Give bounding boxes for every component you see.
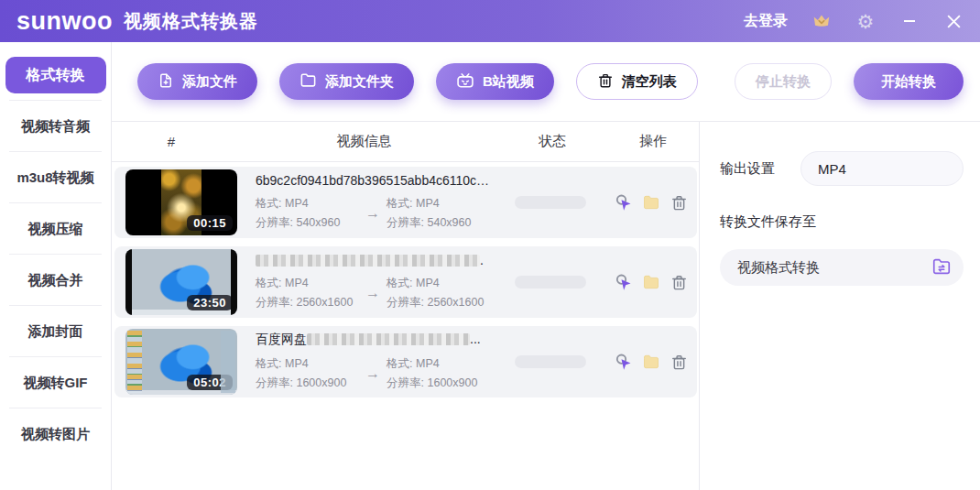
open-folder-icon[interactable] xyxy=(642,353,660,371)
video-filename-censored: 百度网盘... xyxy=(256,332,490,348)
file-plus-icon xyxy=(158,72,174,92)
app-title: 视频格式转换器 xyxy=(124,9,258,34)
video-thumbnail: 23:50 xyxy=(125,249,237,315)
titlebar-controls: 去登录 ⚙ xyxy=(744,11,964,31)
bilibili-video-button[interactable]: B站视频 xyxy=(436,63,554,100)
target-specs: 格式: MP4 分辨率: 1600x900 xyxy=(387,354,490,393)
vip-crown-icon[interactable] xyxy=(811,11,832,31)
save-path-value: 视频格式转换 xyxy=(737,259,931,277)
output-format-value: MP4 xyxy=(818,161,846,177)
add-folder-button[interactable]: 添加文件夹 xyxy=(279,63,414,100)
duration-badge: 00:15 xyxy=(187,215,233,231)
bilibili-tv-icon xyxy=(456,71,474,93)
video-info: . 格式: MP4 分辨率: 2560x1600 → 格式: MP4 xyxy=(256,253,495,312)
file-table: # 视频信息 状态 操作 00:15 6b9c2cf0941bd78b396 xyxy=(112,122,700,490)
add-file-button[interactable]: 添加文件 xyxy=(137,63,257,100)
save-path-field[interactable]: 视频格式转换 xyxy=(720,249,964,286)
source-specs: 格式: MP4 分辨率: 540x960 xyxy=(256,194,359,233)
delete-trash-icon[interactable] xyxy=(670,273,688,291)
table-row: 23:50 . 格式: MP4 分辨率: 2560x1600 → xyxy=(114,246,697,318)
header-index: # xyxy=(112,134,231,149)
toolbar: 添加文件 添加文件夹 xyxy=(112,42,980,121)
duration-badge: 05:02 xyxy=(187,375,233,390)
change-folder-icon[interactable] xyxy=(931,256,952,279)
video-filename: 6b9c2cf0941bd78b396515abb4c6110c.mp4 xyxy=(256,173,490,188)
clear-list-label: 清空列表 xyxy=(622,73,677,91)
stop-convert-label: 停止转换 xyxy=(756,73,811,91)
delete-trash-icon[interactable] xyxy=(670,193,688,212)
sidebar-item-video-compress[interactable]: 视频压缩 xyxy=(0,203,111,255)
row-actions xyxy=(605,193,697,212)
video-filename-censored: . xyxy=(256,253,490,267)
folder-icon xyxy=(299,71,317,92)
table-header: # 视频信息 状态 操作 xyxy=(112,122,699,162)
convert-arrow: → xyxy=(359,203,387,223)
video-thumbnail: 00:15 xyxy=(125,169,237,235)
progress-bar xyxy=(515,196,586,209)
row-actions xyxy=(605,273,697,291)
table-row: 05:02 百度网盘... 格式: MP4 分辨率: 1600x900 → xyxy=(114,326,697,397)
table-row: 00:15 6b9c2cf0941bd78b396515abb4c6110c.m… xyxy=(114,167,697,238)
video-thumbnail: 05:02 xyxy=(125,329,237,395)
sidebar-item-add-cover[interactable]: 添加封面 xyxy=(0,306,111,357)
sidebar-active-pill[interactable]: 格式转换 xyxy=(5,57,106,93)
clear-list-button[interactable]: 清空列表 xyxy=(576,63,698,100)
add-folder-label: 添加文件夹 xyxy=(325,73,394,91)
brand-logo: sunwoo xyxy=(16,9,113,34)
convert-arrow: → xyxy=(359,283,387,302)
sidebar-item-video-merge[interactable]: 视频合并 xyxy=(0,255,111,306)
sidebar-item-video-to-image[interactable]: 视频转图片 xyxy=(0,408,111,460)
stop-convert-button[interactable]: 停止转换 xyxy=(735,63,832,100)
open-folder-icon[interactable] xyxy=(642,273,660,291)
login-button[interactable]: 去登录 xyxy=(744,12,788,31)
output-settings-panel: 输出设置 MP4 转换文件保存至 视频格式转换 xyxy=(700,122,980,490)
output-format-select[interactable]: MP4 xyxy=(800,151,964,186)
preview-cursor-icon[interactable] xyxy=(615,273,633,291)
bilibili-label: B站视频 xyxy=(483,73,534,91)
row-actions xyxy=(605,353,697,371)
minimize-icon[interactable] xyxy=(899,11,920,31)
preview-cursor-icon[interactable] xyxy=(615,353,633,371)
app-window: sunwoo 视频格式转换器 去登录 ⚙ 格式转换 xyxy=(0,0,980,490)
delete-trash-icon[interactable] xyxy=(670,353,688,371)
header-video-info: 视频信息 xyxy=(231,133,497,150)
target-specs: 格式: MP4 分辨率: 2560x1600 xyxy=(387,274,490,312)
sidebar: 格式转换 视频转音频 m3u8转视频 视频压缩 视频合并 添加封面 视频转GIF… xyxy=(0,42,112,490)
open-folder-icon[interactable] xyxy=(642,193,660,212)
sidebar-item-video-to-gif[interactable]: 视频转GIF xyxy=(0,357,111,408)
trash-icon xyxy=(597,72,614,92)
close-icon[interactable] xyxy=(943,11,964,31)
save-location-label: 转换文件保存至 xyxy=(720,213,964,231)
header-status: 状态 xyxy=(497,133,607,150)
preview-cursor-icon[interactable] xyxy=(615,193,633,212)
output-settings-label: 输出设置 xyxy=(720,160,775,178)
progress-bar xyxy=(515,355,586,368)
settings-gear-icon[interactable]: ⚙ xyxy=(855,11,876,31)
start-convert-label: 开始转换 xyxy=(881,73,936,91)
start-convert-button[interactable]: 开始转换 xyxy=(854,63,964,100)
add-file-label: 添加文件 xyxy=(182,73,237,91)
titlebar: sunwoo 视频格式转换器 去登录 ⚙ xyxy=(0,0,980,42)
target-specs: 格式: MP4 分辨率: 540x960 xyxy=(387,194,490,233)
header-actions: 操作 xyxy=(607,133,699,150)
video-info: 百度网盘... 格式: MP4 分辨率: 1600x900 → 格式: MP4 xyxy=(256,332,495,393)
sidebar-item-video-to-audio[interactable]: 视频转音频 xyxy=(0,101,111,152)
duration-badge: 23:50 xyxy=(187,295,233,310)
sidebar-item-m3u8-to-video[interactable]: m3u8转视频 xyxy=(0,152,111,203)
convert-arrow: → xyxy=(359,364,387,383)
progress-bar xyxy=(515,276,586,289)
video-info: 6b9c2cf0941bd78b396515abb4c6110c.mp4 格式:… xyxy=(256,173,495,233)
source-specs: 格式: MP4 分辨率: 1600x900 xyxy=(256,354,359,393)
sidebar-item-format-convert[interactable]: 格式转换 xyxy=(0,49,111,101)
source-specs: 格式: MP4 分辨率: 2560x1600 xyxy=(256,274,359,312)
